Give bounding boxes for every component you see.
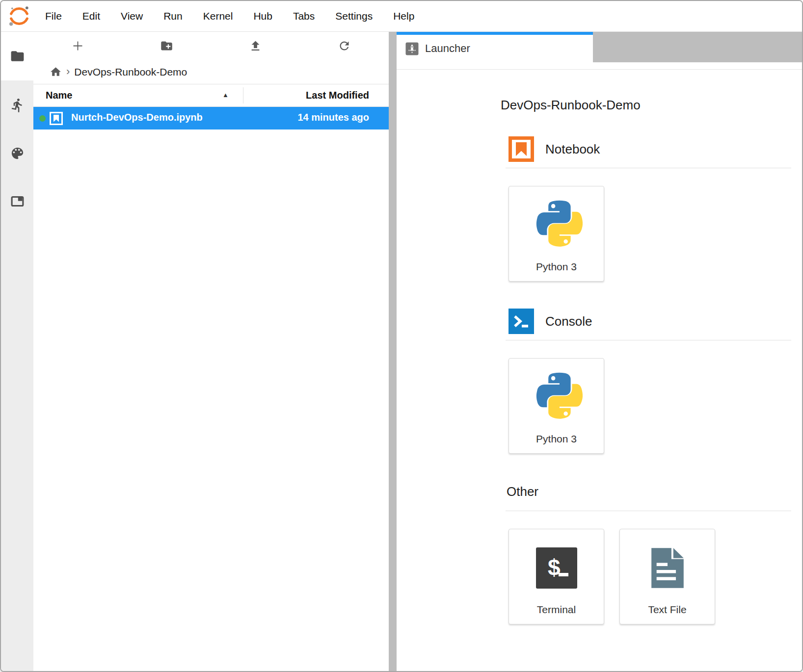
launcher-section-notebook: Notebook <box>509 136 802 162</box>
terminal-icon: $ <box>536 547 577 589</box>
section-divider <box>506 340 791 340</box>
menu-settings[interactable]: Settings <box>325 3 383 29</box>
svg-text:$: $ <box>548 555 561 580</box>
python-logo-icon <box>531 372 583 423</box>
console-icon <box>509 309 534 334</box>
menu-bar: File Edit View Run Kernel Hub Tabs Setti… <box>1 1 802 32</box>
kernel-running-dot <box>39 115 46 122</box>
launcher-panel: DevOps-Runbook-Demo Notebook <box>397 70 802 671</box>
file-browser-toolbar <box>33 32 389 60</box>
launcher-section-console: Console <box>509 309 802 334</box>
dock-tab-bar: Launcher <box>397 32 802 62</box>
card-label-terminal: Terminal <box>537 604 576 624</box>
launcher-card-console-python3[interactable]: Python 3 <box>509 358 604 454</box>
file-list-header: Name ▲ Last Modified <box>33 84 389 107</box>
file-browser-panel: › DevOps-Runbook-Demo Name ▲ Last Modifi… <box>33 32 389 671</box>
column-divider <box>243 87 243 103</box>
notebook-file-icon <box>50 112 63 125</box>
card-label-text-file: Text File <box>648 604 686 624</box>
refresh-icon <box>338 39 351 52</box>
launcher-card-notebook-python3[interactable]: Python 3 <box>509 186 604 282</box>
dock-panel-gap <box>397 62 802 70</box>
open-tabs-icon <box>10 194 25 209</box>
launcher-current-directory: DevOps-Runbook-Demo <box>501 98 802 113</box>
sidebar-tab-commands[interactable] <box>1 129 33 178</box>
upload-button[interactable] <box>211 39 300 52</box>
menu-view[interactable]: View <box>110 3 153 29</box>
section-label-console: Console <box>545 314 592 329</box>
menu-hub[interactable]: Hub <box>243 3 283 29</box>
card-label-python3: Python 3 <box>536 261 577 281</box>
new-folder-icon <box>160 39 173 52</box>
section-label-notebook: Notebook <box>545 142 600 157</box>
menu-help[interactable]: Help <box>383 3 425 29</box>
commands-palette-icon <box>10 146 25 161</box>
launcher-card-terminal[interactable]: $ Terminal <box>509 529 604 624</box>
upload-icon <box>249 39 262 52</box>
menu-tabs[interactable]: Tabs <box>283 3 325 29</box>
column-header-name[interactable]: Name <box>46 90 72 101</box>
launcher-card-text-file[interactable]: Text File <box>619 529 715 624</box>
section-divider <box>506 511 791 511</box>
launcher-section-other: Other <box>507 484 802 499</box>
main-dock-panel: Launcher DevOps-Runbook-Demo Notebook <box>397 32 802 671</box>
text-file-icon <box>649 547 686 589</box>
running-sessions-icon <box>10 98 25 113</box>
launcher-rocket-icon <box>405 42 419 55</box>
breadcrumb-separator: › <box>66 65 70 78</box>
new-folder-button[interactable] <box>122 39 211 52</box>
sort-ascending-icon[interactable]: ▲ <box>222 91 229 99</box>
file-name: Nurtch-DevOps-Demo.ipynb <box>71 112 203 123</box>
breadcrumb-current-directory[interactable]: DevOps-Runbook-Demo <box>74 66 187 78</box>
left-sidebar <box>1 32 33 671</box>
file-last-modified: 14 minutes ago <box>297 112 369 123</box>
menu-file[interactable]: File <box>35 3 72 29</box>
menu-items: File Edit View Run Kernel Hub Tabs Setti… <box>35 3 425 29</box>
plus-icon <box>71 39 84 52</box>
new-launcher-button[interactable] <box>33 39 122 52</box>
sidebar-tab-open-tabs[interactable] <box>1 177 33 226</box>
refresh-button[interactable] <box>300 39 389 52</box>
menu-kernel[interactable]: Kernel <box>193 3 243 29</box>
tab-launcher-label: Launcher <box>425 42 470 55</box>
tab-launcher[interactable]: Launcher <box>397 32 593 62</box>
jupyter-logo-icon <box>7 4 31 28</box>
jupyterlab-window: File Edit View Run Kernel Hub Tabs Setti… <box>0 0 803 672</box>
notebook-icon <box>509 136 534 162</box>
breadcrumb: › DevOps-Runbook-Demo <box>33 60 389 84</box>
sidebar-tab-filebrowser[interactable] <box>1 32 33 80</box>
sidebar-tab-running-sessions[interactable] <box>1 81 33 129</box>
section-divider <box>506 168 791 168</box>
file-row-selected[interactable]: Nurtch-DevOps-Demo.ipynb 14 minutes ago <box>33 107 389 129</box>
column-header-last-modified[interactable]: Last Modified <box>306 90 369 101</box>
section-label-other: Other <box>507 484 538 499</box>
panel-splitter[interactable] <box>389 32 397 671</box>
python-logo-icon <box>531 200 583 251</box>
card-label-python3: Python 3 <box>536 433 577 453</box>
menu-run[interactable]: Run <box>153 3 193 29</box>
home-icon[interactable] <box>50 66 62 78</box>
folder-icon <box>10 49 25 64</box>
menu-edit[interactable]: Edit <box>72 3 110 29</box>
